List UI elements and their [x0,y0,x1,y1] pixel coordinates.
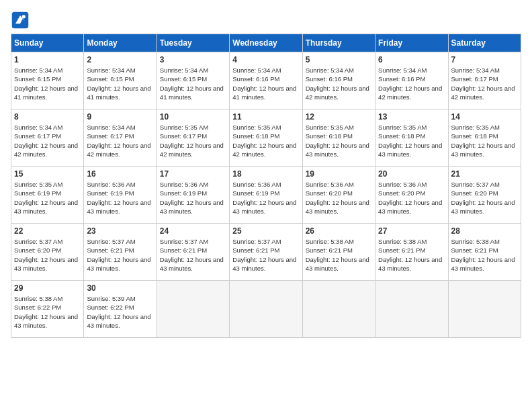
day-info: Sunrise: 5:38 AMSunset: 6:21 PMDaylight:… [451,237,518,273]
logo [11,11,32,30]
calendar-cell: 28Sunrise: 5:38 AMSunset: 6:21 PMDayligh… [448,224,521,281]
day-number: 9 [87,112,153,122]
day-number: 28 [451,226,518,236]
calendar-cell: 1Sunrise: 5:34 AMSunset: 6:15 PMDaylight… [11,52,84,109]
day-number: 29 [14,283,81,293]
weekday-header-wednesday: Wednesday [230,34,302,52]
calendar-cell: 3Sunrise: 5:34 AMSunset: 6:15 PMDaylight… [157,52,229,109]
day-info: Sunrise: 5:34 AMSunset: 6:16 PMDaylight:… [306,66,372,101]
calendar-cell: 12Sunrise: 5:35 AMSunset: 6:18 PMDayligh… [302,109,375,167]
calendar-cell: 18Sunrise: 5:36 AMSunset: 6:19 PMDayligh… [230,167,302,224]
day-number: 30 [87,283,153,293]
day-number: 2 [87,55,153,64]
day-info: Sunrise: 5:34 AMSunset: 6:17 PMDaylight:… [87,123,153,158]
day-info: Sunrise: 5:35 AMSunset: 6:18 PMDaylight:… [306,123,372,158]
weekday-header-tuesday: Tuesday [157,34,229,52]
calendar-cell: 8Sunrise: 5:34 AMSunset: 6:17 PMDaylight… [11,109,84,167]
day-number: 22 [14,226,81,236]
day-number: 6 [378,55,445,64]
day-info: Sunrise: 5:34 AMSunset: 6:16 PMDaylight:… [378,66,445,101]
svg-point-2 [22,15,26,18]
day-number: 3 [160,55,226,64]
calendar-cell: 30Sunrise: 5:39 AMSunset: 6:22 PMDayligh… [84,281,157,338]
day-number: 17 [160,169,226,179]
day-number: 1 [14,55,81,64]
day-number: 25 [232,226,299,236]
calendar-cell: 7Sunrise: 5:34 AMSunset: 6:17 PMDaylight… [448,52,521,109]
day-info: Sunrise: 5:37 AMSunset: 6:21 PMDaylight:… [232,237,299,273]
weekday-header-sunday: Sunday [11,34,84,52]
week-row-5: 29Sunrise: 5:38 AMSunset: 6:22 PMDayligh… [11,281,521,338]
day-number: 16 [87,169,153,179]
day-info: Sunrise: 5:36 AMSunset: 6:19 PMDaylight:… [160,180,226,216]
calendar-cell: 26Sunrise: 5:38 AMSunset: 6:21 PMDayligh… [302,224,375,281]
week-row-2: 8Sunrise: 5:34 AMSunset: 6:17 PMDaylight… [11,109,521,167]
calendar-cell: 11Sunrise: 5:35 AMSunset: 6:18 PMDayligh… [230,109,302,167]
calendar-cell: 14Sunrise: 5:35 AMSunset: 6:18 PMDayligh… [448,109,521,167]
day-number: 4 [232,55,299,64]
day-number: 27 [378,226,445,236]
week-row-1: 1Sunrise: 5:34 AMSunset: 6:15 PMDaylight… [11,52,521,109]
day-number: 24 [160,226,226,236]
day-info: Sunrise: 5:35 AMSunset: 6:17 PMDaylight:… [160,123,226,158]
calendar-cell: 6Sunrise: 5:34 AMSunset: 6:16 PMDaylight… [375,52,448,109]
day-info: Sunrise: 5:35 AMSunset: 6:18 PMDaylight:… [451,123,518,158]
calendar-cell [157,281,229,338]
calendar-cell: 4Sunrise: 5:34 AMSunset: 6:16 PMDaylight… [230,52,302,109]
weekday-header-saturday: Saturday [448,34,521,52]
weekday-header-friday: Friday [375,34,448,52]
day-number: 15 [14,169,81,179]
day-number: 14 [451,112,518,122]
day-info: Sunrise: 5:37 AMSunset: 6:20 PMDaylight:… [14,237,81,273]
weekday-header-thursday: Thursday [302,34,375,52]
day-info: Sunrise: 5:36 AMSunset: 6:20 PMDaylight:… [378,180,445,216]
day-number: 7 [451,55,518,64]
calendar-cell: 24Sunrise: 5:37 AMSunset: 6:21 PMDayligh… [157,224,229,281]
calendar-cell [230,281,302,338]
day-number: 19 [306,169,372,179]
day-info: Sunrise: 5:37 AMSunset: 6:21 PMDaylight:… [87,237,153,273]
day-info: Sunrise: 5:36 AMSunset: 6:19 PMDaylight:… [87,180,153,216]
day-info: Sunrise: 5:34 AMSunset: 6:15 PMDaylight:… [87,66,153,101]
day-number: 13 [378,112,445,122]
calendar-cell [448,281,521,338]
day-info: Sunrise: 5:34 AMSunset: 6:17 PMDaylight:… [14,123,81,158]
day-info: Sunrise: 5:39 AMSunset: 6:22 PMDaylight:… [87,294,153,330]
day-info: Sunrise: 5:38 AMSunset: 6:21 PMDaylight:… [378,237,445,273]
calendar-cell: 17Sunrise: 5:36 AMSunset: 6:19 PMDayligh… [157,167,229,224]
day-number: 11 [232,112,299,122]
day-number: 20 [378,169,445,179]
calendar-table: SundayMondayTuesdayWednesdayThursdayFrid… [11,34,521,338]
calendar-cell: 9Sunrise: 5:34 AMSunset: 6:17 PMDaylight… [84,109,157,167]
weekday-header-monday: Monday [84,34,157,52]
weekday-header-row: SundayMondayTuesdayWednesdayThursdayFrid… [11,34,521,52]
day-info: Sunrise: 5:34 AMSunset: 6:15 PMDaylight:… [14,66,81,101]
calendar-cell: 16Sunrise: 5:36 AMSunset: 6:19 PMDayligh… [84,167,157,224]
day-info: Sunrise: 5:34 AMSunset: 6:17 PMDaylight:… [451,66,518,101]
day-number: 23 [87,226,153,236]
day-info: Sunrise: 5:37 AMSunset: 6:21 PMDaylight:… [160,237,226,273]
day-info: Sunrise: 5:36 AMSunset: 6:20 PMDaylight:… [306,180,372,216]
calendar-cell: 21Sunrise: 5:37 AMSunset: 6:20 PMDayligh… [448,167,521,224]
calendar-cell: 2Sunrise: 5:34 AMSunset: 6:15 PMDaylight… [84,52,157,109]
day-info: Sunrise: 5:37 AMSunset: 6:20 PMDaylight:… [451,180,518,216]
day-number: 5 [306,55,372,64]
calendar-cell: 20Sunrise: 5:36 AMSunset: 6:20 PMDayligh… [375,167,448,224]
day-info: Sunrise: 5:38 AMSunset: 6:22 PMDaylight:… [14,294,81,330]
calendar-cell: 15Sunrise: 5:35 AMSunset: 6:19 PMDayligh… [11,167,84,224]
week-row-4: 22Sunrise: 5:37 AMSunset: 6:20 PMDayligh… [11,224,521,281]
day-info: Sunrise: 5:36 AMSunset: 6:19 PMDaylight:… [232,180,299,216]
day-number: 8 [14,112,81,122]
day-info: Sunrise: 5:34 AMSunset: 6:15 PMDaylight:… [160,66,226,101]
day-number: 26 [306,226,372,236]
calendar-cell: 27Sunrise: 5:38 AMSunset: 6:21 PMDayligh… [375,224,448,281]
day-number: 10 [160,112,226,122]
calendar-cell: 29Sunrise: 5:38 AMSunset: 6:22 PMDayligh… [11,281,84,338]
week-row-3: 15Sunrise: 5:35 AMSunset: 6:19 PMDayligh… [11,167,521,224]
calendar-cell: 23Sunrise: 5:37 AMSunset: 6:21 PMDayligh… [84,224,157,281]
calendar-cell: 22Sunrise: 5:37 AMSunset: 6:20 PMDayligh… [11,224,84,281]
day-number: 12 [306,112,372,122]
day-info: Sunrise: 5:35 AMSunset: 6:18 PMDaylight:… [232,123,299,158]
page-header [11,11,521,30]
calendar-cell: 10Sunrise: 5:35 AMSunset: 6:17 PMDayligh… [157,109,229,167]
